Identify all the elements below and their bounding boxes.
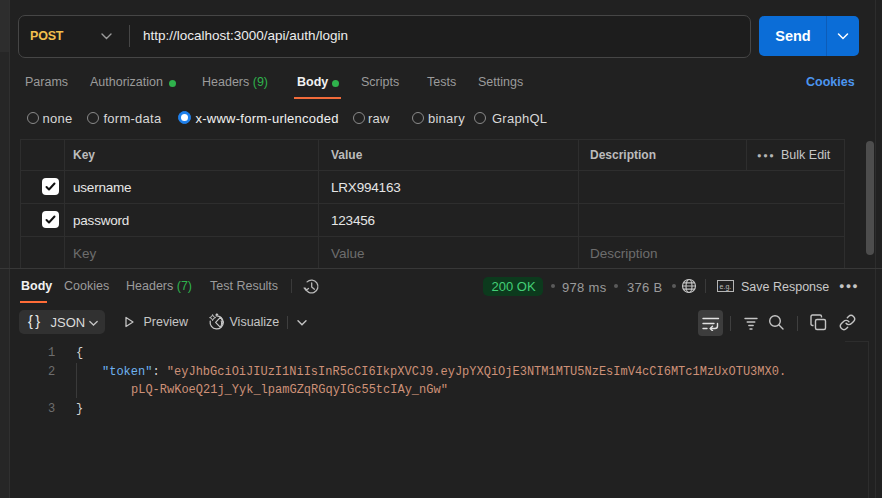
svg-text:e.g.: e.g. bbox=[720, 283, 732, 291]
